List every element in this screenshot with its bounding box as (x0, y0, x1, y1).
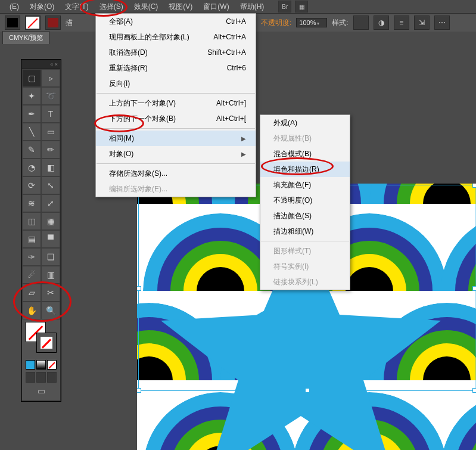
select-menu-item-0[interactable]: 上方的下一个对象(V)Alt+Ctrl+] (96, 95, 256, 111)
menu-item-object[interactable]: 对象(O) (25, 0, 59, 14)
pen-tool[interactable]: ✒ (22, 105, 41, 123)
menu-item-e[interactable]: (E) (5, 1, 24, 13)
menu-item-view[interactable]: 视图(V) (164, 0, 197, 14)
stroke-indicator[interactable] (36, 333, 57, 353)
bridge-button[interactable]: Br (278, 1, 291, 13)
same-submenu-item-1: 外观属性(B) (260, 131, 350, 146)
select-menu-item-0[interactable]: 存储所选对象(S)... (96, 166, 256, 181)
style-label: 样式: (332, 18, 348, 28)
opacity-field[interactable]: 100%▾ (296, 18, 327, 27)
same-submenu-item-0: 图形样式(T) (260, 243, 350, 259)
select-menu-item-3[interactable]: 重新选择(R)Ctrl+6 (96, 60, 256, 76)
opacity-label: 不透明度: (261, 18, 291, 28)
select-menu-item-1[interactable]: 下方的下一个对象(B)Alt+Ctrl+[ (96, 111, 256, 126)
screen-mode-icon[interactable]: ▭ (22, 386, 60, 396)
direct-select-tool[interactable]: ▹ (41, 69, 60, 87)
draw-normal-icon[interactable] (26, 372, 35, 383)
eyedropper-tool[interactable]: ✑ (22, 248, 41, 266)
same-submenu-item-4[interactable]: 填充颜色(F) (260, 177, 350, 193)
perspective-tool[interactable]: ▦ (41, 212, 60, 230)
select-menu-item-2[interactable]: 取消选择(D)Shift+Ctrl+A (96, 45, 256, 60)
brush-tool[interactable]: ✎ (22, 141, 41, 159)
hand-tool[interactable]: ✋ (22, 302, 41, 319)
width-tool[interactable]: ≋ (22, 194, 41, 212)
same-submenu-item-1: 符号实例(I) (260, 259, 350, 274)
line-tool[interactable]: ╲ (22, 123, 41, 141)
same-submenu-item-5[interactable]: 不透明度(O) (260, 193, 350, 208)
menu-item-select[interactable]: 选择(S) (95, 0, 128, 14)
tools-panel-header[interactable]: « × (22, 60, 60, 69)
menubar: (E) 对象(O) 文字(T) 选择(S) 效果(C) 视图(V) 窗口(W) … (0, 0, 476, 13)
tools-panel: « × ▢▹✦➰✒T╲▭✎✏◔◧⟳⤡≋⤢◫▦▤▀✑❏☄▥▱✂✋🔍 ▭ (21, 60, 61, 401)
artboard-tool[interactable]: ▱ (22, 284, 41, 302)
shape-builder-tool[interactable]: ◫ (22, 212, 41, 230)
blob-brush-tool[interactable]: ◔ (22, 159, 41, 176)
gradient-tool[interactable]: ▀ (41, 230, 60, 248)
none-mode-icon[interactable] (47, 360, 57, 370)
same-submenu-item-0[interactable]: 外观(A) (260, 115, 350, 131)
same-submenu-item-2[interactable]: 混合模式(B) (260, 146, 350, 162)
stroke-swatch[interactable] (25, 15, 41, 30)
gradient-mode-icon[interactable] (36, 360, 46, 370)
recolor-icon[interactable]: ◑ (374, 15, 389, 30)
same-submenu-item-7[interactable]: 描边粗细(W) (260, 224, 350, 239)
magic-wand-tool[interactable]: ✦ (22, 87, 41, 105)
document-tabs: CMYK/预览 (0, 31, 49, 44)
menu-item-help[interactable]: 帮助(H) (235, 0, 269, 14)
rotate-tool[interactable]: ⟳ (22, 176, 41, 194)
graph-tool[interactable]: ▥ (41, 266, 60, 284)
stroke-label: 描 (66, 18, 73, 28)
eraser-tool[interactable]: ◧ (41, 159, 60, 176)
stroke-swatch-2[interactable] (45, 15, 61, 30)
same-submenu-item-6[interactable]: 描边颜色(S) (260, 208, 350, 224)
more-icon[interactable]: ⋯ (434, 15, 450, 30)
menu-same[interactable]: 相同(M)▶ (96, 131, 256, 146)
same-submenu-item-3[interactable]: 填色和描边(R) (260, 162, 350, 177)
blend-tool[interactable]: ❏ (41, 248, 60, 266)
symbol-sprayer-tool[interactable]: ☄ (22, 266, 41, 284)
zoom-tool[interactable]: 🔍 (41, 302, 60, 319)
draw-behind-icon[interactable] (36, 372, 46, 383)
color-mode-icon[interactable] (26, 360, 35, 370)
same-submenu-item-2: 链接块系列(L) (260, 274, 350, 290)
align-icon[interactable]: ≡ (394, 15, 409, 30)
same-submenu: 外观(A)外观属性(B)混合模式(B)填色和描边(R)填充颜色(F)不透明度(O… (260, 114, 350, 290)
style-swatch[interactable] (353, 15, 369, 30)
lasso-tool[interactable]: ➰ (41, 87, 60, 105)
submenu-arrow-icon: ▶ (241, 135, 246, 142)
fill-swatch[interactable] (5, 15, 20, 30)
menu-object[interactable]: 对象(O)▶ (96, 146, 256, 162)
select-menu: 全部(A)Ctrl+A现用画板上的全部对象(L)Alt+Ctrl+A取消选择(D… (95, 13, 256, 197)
select-menu-item-1[interactable]: 现用画板上的全部对象(L)Alt+Ctrl+A (96, 29, 256, 45)
pencil-tool[interactable]: ✏ (41, 141, 60, 159)
scale-tool[interactable]: ⤡ (41, 176, 60, 194)
draw-inside-icon[interactable] (47, 372, 57, 383)
arrange-icon[interactable]: ▦ (295, 1, 308, 13)
type-tool[interactable]: T (41, 105, 60, 123)
selection-tool[interactable]: ▢ (22, 69, 41, 87)
select-menu-item-0[interactable]: 全部(A)Ctrl+A (96, 14, 256, 29)
select-menu-item-4[interactable]: 反向(I) (96, 76, 256, 91)
fill-stroke-control[interactable] (26, 322, 57, 358)
menu-item-effect[interactable]: 效果(C) (129, 0, 163, 14)
rect-tool[interactable]: ▭ (41, 123, 60, 141)
mesh-tool[interactable]: ▤ (22, 230, 41, 248)
slice-tool[interactable]: ✂ (41, 284, 60, 302)
free-transform-tool[interactable]: ⤢ (41, 194, 60, 212)
document-tab[interactable]: CMYK/预览 (2, 31, 49, 44)
menu-item-type[interactable]: 文字(T) (60, 0, 93, 14)
transform-icon[interactable]: ⇲ (414, 15, 430, 30)
select-menu-item-1: 编辑所选对象(E)... (96, 181, 256, 197)
submenu-arrow-icon: ▶ (241, 151, 246, 157)
menu-item-window[interactable]: 窗口(W) (198, 0, 234, 14)
